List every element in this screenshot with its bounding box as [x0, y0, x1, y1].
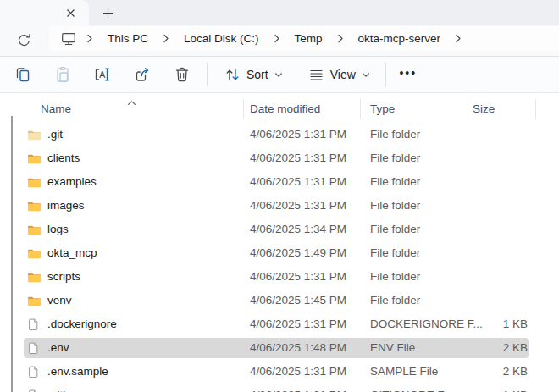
- folder-icon: [27, 128, 42, 141]
- chevron-right-icon[interactable]: [80, 28, 99, 50]
- close-icon[interactable]: [61, 3, 80, 22]
- file-name: venv: [47, 289, 72, 312]
- rename-button[interactable]: A: [86, 60, 119, 89]
- file-size: 2 KB: [464, 360, 528, 384]
- table-row--env[interactable]: .env 4/06/2025 1:48 PM ENV File 2 KB: [0, 336, 559, 360]
- table-row--env-sample[interactable]: .env.sample 4/06/2025 1:31 PM SAMPLE Fil…: [0, 360, 559, 384]
- more-options-button[interactable]: •••: [391, 60, 425, 89]
- share-button[interactable]: [126, 60, 158, 89]
- column-header-date-modified[interactable]: Date modified: [250, 96, 320, 123]
- file-type: File folder: [370, 146, 420, 170]
- sort-button-label: Sort: [246, 68, 268, 81]
- file-date-modified: 4/06/2025 1:34 PM: [250, 218, 346, 241]
- file-icon: [27, 389, 40, 392]
- file-size: [464, 146, 528, 170]
- file-size: [464, 170, 528, 194]
- refresh-button[interactable]: [13, 29, 36, 52]
- chevron-down-icon: [274, 72, 283, 78]
- column-header-size[interactable]: Size: [473, 96, 495, 123]
- file-size: [464, 123, 528, 146]
- column-divider[interactable]: [360, 99, 361, 119]
- column-divider[interactable]: [243, 99, 244, 119]
- file-date-modified: 4/06/2025 1:31 PM: [250, 312, 346, 336]
- file-date-modified: 4/06/2025 1:48 PM: [250, 336, 346, 360]
- file-size: [464, 289, 528, 312]
- monitor-icon[interactable]: [57, 28, 80, 50]
- file-date-modified: 4/06/2025 1:31 PM: [250, 146, 346, 170]
- table-row-clients[interactable]: clients 4/06/2025 1:31 PM File folder: [0, 146, 559, 170]
- command-toolbar: A Sort: [0, 56, 559, 93]
- more-icon: •••: [399, 66, 417, 80]
- table-row-venv[interactable]: venv 4/06/2025 1:45 PM File folder: [0, 289, 559, 312]
- rename-icon: A: [94, 66, 111, 83]
- chevron-right-icon[interactable]: [449, 28, 468, 50]
- view-button-label: View: [330, 68, 356, 81]
- breadcrumb: This PC Local Disk (C:) Temp okta-mcp-se…: [80, 28, 468, 50]
- file-name: logs: [47, 218, 69, 241]
- table-row-images[interactable]: images 4/06/2025 1:31 PM File folder: [0, 194, 559, 218]
- file-icon: [27, 317, 40, 331]
- share-icon: [134, 66, 151, 83]
- table-row-logs[interactable]: logs 4/06/2025 1:34 PM File folder: [0, 218, 559, 241]
- chevron-right-icon[interactable]: [268, 28, 286, 50]
- table-row-examples[interactable]: examples 4/06/2025 1:31 PM File folder: [0, 170, 559, 194]
- copy-button[interactable]: [7, 60, 39, 89]
- table-row-scripts[interactable]: scripts 4/06/2025 1:31 PM File folder: [0, 265, 559, 289]
- breadcrumb-item-temp[interactable]: Temp: [286, 28, 331, 49]
- chevron-right-icon[interactable]: [331, 28, 350, 50]
- table-row--git[interactable]: .git 4/06/2025 1:31 PM File folder: [0, 123, 559, 146]
- file-list-pane: Name Date modified Type Size .git 4/06/2…: [0, 94, 559, 392]
- file-name: .env: [47, 336, 69, 360]
- new-tab-icon: [102, 8, 113, 19]
- file-size: 2 KB: [464, 336, 528, 360]
- address-bar[interactable]: This PC Local Disk (C:) Temp okta-mcp-se…: [49, 26, 559, 51]
- column-header-type[interactable]: Type: [370, 96, 395, 123]
- new-tab-button[interactable]: [97, 3, 119, 23]
- file-name: .env.sample: [47, 360, 108, 384]
- delete-button[interactable]: [166, 60, 198, 89]
- close-icon-glyph: [66, 8, 75, 18]
- table-row--dockerignore[interactable]: .dockerignore 4/06/2025 1:31 PM DOCKERIG…: [0, 312, 559, 336]
- folder-icon: [27, 152, 42, 165]
- file-type: File folder: [370, 194, 420, 218]
- file-size: [464, 218, 528, 241]
- column-header-name[interactable]: Name: [41, 96, 71, 123]
- file-type: File folder: [370, 289, 420, 312]
- file-type: GITIGNORE F...: [370, 384, 453, 392]
- file-name: scripts: [47, 265, 80, 289]
- toolbar-separator: [207, 63, 208, 86]
- chevron-right-icon[interactable]: [157, 28, 175, 50]
- file-name: .dockerignore: [47, 312, 117, 336]
- file-date-modified: 4/06/2025 1:49 PM: [250, 241, 346, 265]
- folder-icon: [27, 223, 42, 236]
- toolbar-separator: [385, 63, 386, 86]
- refresh-icon: [17, 33, 31, 47]
- breadcrumb-item-local-disk-c-[interactable]: Local Disk (C:): [175, 28, 268, 49]
- active-tab[interactable]: [0, 0, 89, 25]
- view-button[interactable]: View: [300, 60, 379, 89]
- file-type: ENV File: [370, 336, 415, 360]
- column-divider[interactable]: [535, 99, 536, 119]
- table-row--gitignore[interactable]: .gitignore 4/06/2025 1:31 PM GITIGNORE F…: [0, 384, 559, 392]
- file-size: [464, 241, 528, 265]
- paste-button[interactable]: [47, 60, 79, 89]
- file-size: [464, 265, 528, 289]
- sort-ascending-icon: [127, 95, 136, 110]
- file-name: clients: [47, 146, 80, 170]
- file-name: images: [47, 194, 85, 218]
- paste-icon: [54, 66, 71, 83]
- table-row-okta-mcp[interactable]: okta_mcp 4/06/2025 1:49 PM File folder: [0, 241, 559, 265]
- sort-button[interactable]: Sort: [216, 60, 291, 89]
- folder-icon: [27, 270, 42, 284]
- breadcrumb-item-okta-mcp-server[interactable]: okta-mcp-server: [350, 28, 450, 49]
- folder-icon: [27, 175, 42, 189]
- breadcrumb-item-this-pc[interactable]: This PC: [99, 28, 157, 49]
- navigation-bar: This PC Local Disk (C:) Temp okta-mcp-se…: [0, 25, 559, 56]
- svg-text:A: A: [99, 69, 105, 80]
- file-date-modified: 4/06/2025 1:45 PM: [250, 289, 346, 312]
- chevron-down-icon: [362, 72, 370, 78]
- file-size: [464, 194, 528, 218]
- column-divider[interactable]: [468, 99, 468, 119]
- file-date-modified: 4/06/2025 1:31 PM: [250, 170, 346, 194]
- file-size: 1 KB: [464, 312, 528, 336]
